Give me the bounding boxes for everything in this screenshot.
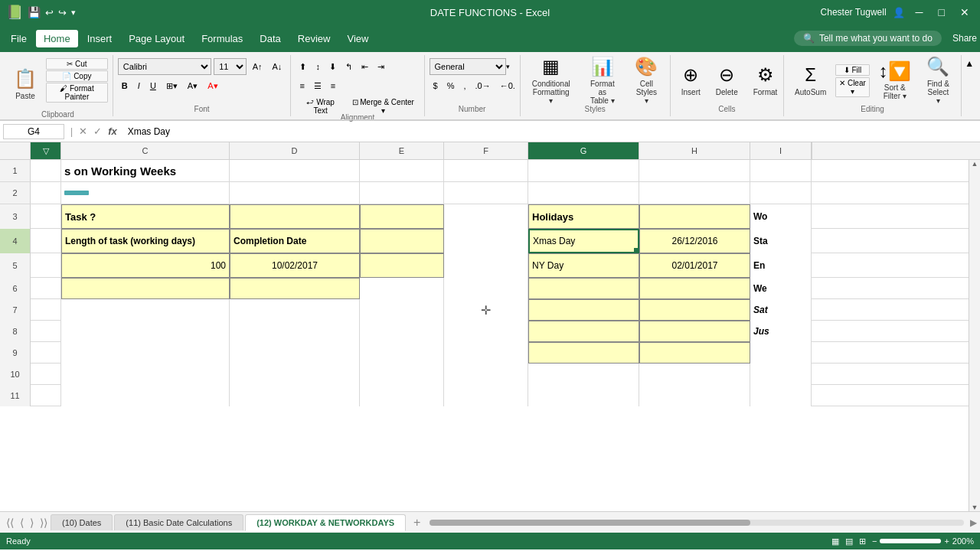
clear-button[interactable]: ✕ Clear ▾ [835,77,870,97]
cell-e8[interactable] [360,321,444,342]
cell-g6[interactable] [528,278,639,299]
cell-e4[interactable] [360,229,444,253]
sheet-tab-workday[interactable]: (12) WORKDAY & NETWORKDAYS [245,514,406,531]
cell-e5[interactable] [360,253,444,278]
cell-g5[interactable]: NY Day [528,253,639,278]
menu-home[interactable]: Home [36,30,78,47]
col-header-i[interactable]: I [750,142,812,159]
cell-h10[interactable] [639,364,750,385]
cell-g10[interactable] [528,364,639,385]
cell-d1[interactable] [230,160,360,181]
sheet-tab-dates[interactable]: (10) Dates [51,514,113,530]
find-select-button[interactable]: 🔍 Find &Select ▾ [920,54,956,106]
cell-c7[interactable] [61,299,230,321]
page-break-view-icon[interactable]: ⊞ [859,536,866,546]
cell-g3[interactable]: Holidays [528,204,639,229]
cancel-formula-icon[interactable]: ✕ [79,126,87,137]
cell-d4[interactable]: Completion Date [230,229,360,253]
add-sheet-button[interactable]: + [407,516,426,530]
cell-h1[interactable] [639,160,750,181]
col-header-e[interactable]: E [360,142,444,159]
cell-d7[interactable] [230,299,360,321]
cell-i9[interactable] [750,342,812,364]
share-button[interactable]: Share [952,33,977,44]
normal-view-icon[interactable]: ▤ [845,536,853,546]
cell-d2[interactable] [230,182,360,204]
zoom-out-button[interactable]: − [872,536,877,546]
cell-reference-box[interactable] [3,124,64,139]
horizontal-scrollbar-thumb[interactable] [430,520,750,526]
align-bottom-button[interactable]: ⬇ [325,58,340,75]
cell-d9[interactable] [230,342,360,364]
cell-d10[interactable] [230,364,360,385]
cell-e1[interactable] [360,160,444,181]
menu-review[interactable]: Review [290,30,338,47]
cell-styles-button[interactable]: 🎨 CellStyles ▾ [628,54,665,106]
cell-c1[interactable]: s on Working Weeks [61,160,230,181]
sort-filter-button[interactable]: ↕🔽 Sort &Filter ▾ [873,54,917,106]
cell-g11[interactable] [528,385,639,406]
align-middle-button[interactable]: ↕ [312,58,324,75]
autosum-button[interactable]: Σ AutoSum [789,54,832,106]
menu-formulas[interactable]: Formulas [194,30,250,47]
align-right-button[interactable]: ≡ [327,77,339,94]
font-size-select[interactable]: 11 [214,58,247,75]
paste-button[interactable]: 📋 Paste [8,58,43,110]
cell-d11[interactable] [230,385,360,406]
conditional-formatting-button[interactable]: ▦ ConditionalFormatting ▾ [525,54,577,106]
indent-increase-button[interactable]: ⇥ [374,58,388,75]
cell-d5[interactable]: 10/02/2017 [230,253,360,278]
ribbon-collapse-button[interactable]: ▲ [962,55,977,119]
menu-view[interactable]: View [339,30,376,47]
cell-i4[interactable]: Sta [750,229,812,253]
cell-g2[interactable] [528,182,639,204]
cell-h11[interactable] [639,385,750,406]
underline-button[interactable]: U [146,77,160,94]
cell-i8[interactable]: Jus [750,321,812,342]
cell-g8[interactable] [528,321,639,342]
cell-h9[interactable] [639,342,750,364]
cell-e10[interactable] [360,364,444,385]
increase-font-button[interactable]: A↑ [249,58,266,75]
page-layout-icon[interactable]: ▦ [831,536,839,546]
cell-f1[interactable] [444,160,528,181]
cell-i6[interactable]: We [750,278,812,299]
format-button[interactable]: ⚙ Format [747,54,784,106]
cell-c3[interactable]: Task ? [61,204,230,229]
fill-color-button[interactable]: A▾ [184,77,201,94]
cell-g1[interactable] [528,160,639,181]
cell-f8[interactable] [444,321,528,342]
account-icon[interactable]: 👤 [893,7,905,18]
cell-f2[interactable] [444,182,528,204]
sheet-nav-prev[interactable]: ⟨ [17,517,27,529]
col-header-c[interactable]: C [61,142,230,159]
cell-c10[interactable] [61,364,230,385]
undo-icon[interactable]: ↩ [45,7,54,18]
cell-h7[interactable] [639,299,750,321]
align-left-button[interactable]: ≡ [296,77,308,94]
sheet-nav-first[interactable]: ⟨⟨ [3,517,17,529]
cell-h3[interactable] [639,204,750,229]
cell-g4[interactable]: Xmas Day [528,229,639,253]
cell-d8[interactable] [230,321,360,342]
sheet-nav-next[interactable]: ⟩ [27,517,37,529]
cell-h5[interactable]: 02/01/2017 [639,253,750,278]
menu-page-layout[interactable]: Page Layout [121,30,192,47]
maximize-button[interactable]: □ [934,6,949,18]
cell-g7[interactable] [528,299,639,321]
cell-h8[interactable] [639,321,750,342]
cell-e2[interactable] [360,182,444,204]
cell-c9[interactable] [61,342,230,364]
close-button[interactable]: ✕ [956,6,974,18]
decrease-font-button[interactable]: A↓ [269,58,286,75]
align-center-button[interactable]: ☰ [310,77,325,94]
cell-c6[interactable] [61,278,230,299]
cell-e7[interactable] [360,299,444,321]
cell-e11[interactable] [360,385,444,406]
cut-button[interactable]: ✂ Cut [46,58,108,70]
cell-f6[interactable] [444,278,528,299]
copy-button[interactable]: 📄 Copy [46,70,108,82]
menu-insert[interactable]: Insert [80,30,120,47]
sheet-nav-last[interactable]: ⟩⟩ [37,517,51,529]
insert-button[interactable]: ⊕ Insert [675,54,707,106]
